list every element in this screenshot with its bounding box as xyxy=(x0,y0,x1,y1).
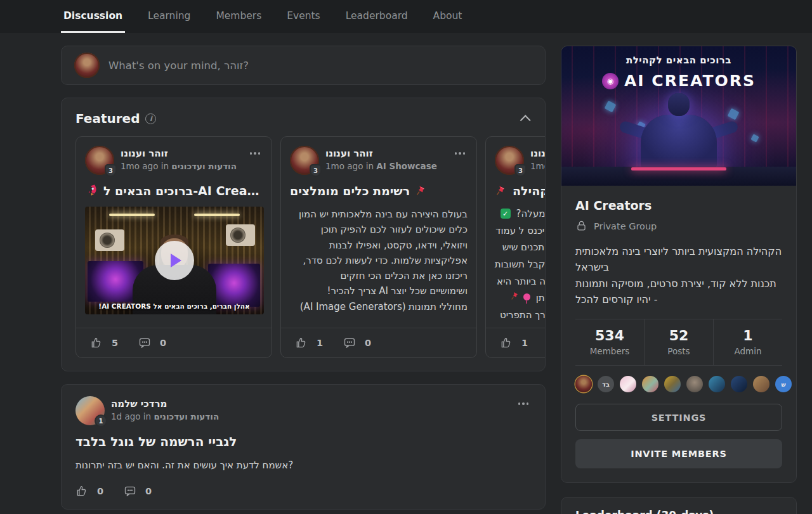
stat-label: Members xyxy=(575,346,644,356)
post-title[interactable]: רשימת כלים מומלצים xyxy=(290,184,468,198)
featured-title: Featured xyxy=(75,111,140,126)
tab-leaderboard[interactable]: Leaderboard xyxy=(343,0,410,33)
like-icon[interactable] xyxy=(90,337,103,349)
author-name[interactable]: זוהר וענונו xyxy=(121,148,237,159)
invite-members-button[interactable]: INVITE MEMBERS xyxy=(575,439,782,468)
post-composer[interactable]: What's on your mind, זוהר? xyxy=(61,46,546,85)
stat-posts[interactable]: 52Posts xyxy=(644,319,713,365)
comment-count: 0 xyxy=(365,338,371,348)
member-avatar[interactable] xyxy=(686,376,703,392)
like-icon[interactable] xyxy=(295,337,308,349)
author-name[interactable]: מרדכי שלמה xyxy=(111,398,219,409)
top-navigation: DiscussionLearningMembersEventsLeaderboa… xyxy=(0,0,812,33)
featured-section: Featured i 3 זוהר וענונו 1mo ago in הודע… xyxy=(61,98,546,371)
stat-value: 1 xyxy=(714,328,782,344)
stat-label: Posts xyxy=(645,346,713,356)
member-avatar[interactable] xyxy=(642,376,658,392)
play-button[interactable] xyxy=(155,241,194,280)
tab-about[interactable]: About xyxy=(431,0,465,33)
body-text: התכנים שיש xyxy=(502,239,545,256)
feed-post[interactable]: 1 מרדכי שלמה 1d ago in הודעות ועדכונים ל… xyxy=(61,384,546,510)
studio-light xyxy=(109,214,155,216)
featured-card[interactable]: 3 זוהר וענונו 1mo ago in הודעות ועדכונים xyxy=(485,136,545,358)
speaker xyxy=(226,224,255,246)
post-category[interactable]: AI Showcase xyxy=(376,161,437,171)
comment-icon[interactable] xyxy=(343,337,356,349)
comment-icon[interactable] xyxy=(138,337,151,349)
post-title-text: ברוכים הבאים ל-AI Creat... xyxy=(103,184,263,198)
post-title[interactable]: לגביי הרשמה של גוגל בלבד xyxy=(75,434,531,449)
member-avatar[interactable] xyxy=(709,376,725,392)
post-title[interactable]: קהילה xyxy=(495,184,545,198)
privacy-label: Private Group xyxy=(594,221,657,231)
more-options-icon[interactable] xyxy=(452,150,468,157)
level-badge: 3 xyxy=(105,164,117,177)
avatar[interactable]: 3 xyxy=(495,146,524,175)
video-thumbnail[interactable]: אהלן חברים, ברוכים הבאים אל AI CREATORS! xyxy=(85,207,264,314)
avatar xyxy=(74,53,100,78)
stat-admin[interactable]: 1Admin xyxy=(713,319,782,365)
body-text: דרך התפריט xyxy=(500,307,545,324)
chevron-up-icon[interactable] xyxy=(520,115,531,125)
like-icon[interactable] xyxy=(75,485,88,498)
body-text: ניתן xyxy=(536,290,545,307)
avatar[interactable]: 1 xyxy=(75,396,105,425)
member-avatar[interactable] xyxy=(664,376,681,392)
more-options-icon[interactable] xyxy=(516,400,532,408)
member-avatar[interactable] xyxy=(731,376,747,392)
member-avatar[interactable] xyxy=(620,376,636,392)
body-text: ושימושיים שכל יוצר xyxy=(391,285,468,297)
post-time: 1mo ago in xyxy=(121,161,171,171)
like-count: 5 xyxy=(112,338,118,348)
post-body: בעולם היצירה עם בינה מלאכותית יש המוןכלי… xyxy=(290,207,468,314)
like-count: 1 xyxy=(317,338,323,348)
studio-light xyxy=(194,214,240,216)
group-banner: ברוכים הבאים לקהילת ◉ AI CREATORS xyxy=(561,46,796,186)
stat-value: 534 xyxy=(575,328,644,344)
author-name[interactable]: זוהר וענונו xyxy=(530,148,545,159)
info-icon[interactable]: i xyxy=(145,113,156,124)
like-icon[interactable] xyxy=(500,337,513,349)
post-category[interactable]: הודעות ועדכונים xyxy=(154,411,219,421)
featured-cards-row: 3 זוהר וענונו 1mo ago in הודעות ועדכונים xyxy=(75,136,545,358)
more-options-icon[interactable] xyxy=(247,150,263,157)
settings-button[interactable]: SETTINGS xyxy=(575,404,782,431)
tab-members[interactable]: Members xyxy=(213,0,264,33)
comment-count: 0 xyxy=(145,486,152,496)
body-text: אפליקציות שלמות. כדי לעשות לכם סדר, xyxy=(303,255,468,266)
banner-welcome-text: ברוכים הבאים לקהילת xyxy=(561,55,796,66)
leaderboard-title: Leaderboard (30-days) xyxy=(575,509,782,514)
featured-card[interactable]: 3 זוהר וענונו 1mo ago in הודעות ועדכונים xyxy=(75,136,272,358)
video-caption: אהלן חברים, ברוכים הבאים אל AI CREATORS! xyxy=(85,302,264,310)
avatar[interactable]: 3 xyxy=(85,146,114,175)
group-name: AI Creators xyxy=(575,198,782,212)
member-avatar[interactable]: ש xyxy=(775,376,792,392)
comment-icon[interactable] xyxy=(124,485,136,498)
tab-discussion[interactable]: Discussion xyxy=(61,0,125,33)
body-text: מחוללי תמונות xyxy=(409,301,468,312)
body-text: למעלה? xyxy=(516,205,545,222)
post-body: למעלה?✓היכנס ל עמודהתכנים שישלקבל תשובות… xyxy=(495,205,545,324)
featured-card[interactable]: 3 זוהר וענונו 1mo ago in AI Showcase רשי… xyxy=(280,136,477,358)
stat-value: 52 xyxy=(645,328,713,344)
post-category[interactable]: הודעות ועדכונים xyxy=(171,161,237,171)
group-info-card: ברוכים הבאים לקהילת ◉ AI CREATORS AI Cre… xyxy=(561,46,797,483)
stat-members[interactable]: 534Members xyxy=(575,319,644,365)
lock-icon xyxy=(575,220,587,232)
like-count: 1 xyxy=(521,338,528,348)
author-name[interactable]: זוהר וענונו xyxy=(325,148,437,159)
member-avatar[interactable] xyxy=(575,376,592,392)
tab-learning[interactable]: Learning xyxy=(145,0,193,33)
avatar[interactable]: 3 xyxy=(290,146,319,175)
composer-prompt[interactable]: What's on your mind, זוהר? xyxy=(108,60,249,72)
check-icon: ✓ xyxy=(501,209,511,219)
member-avatar[interactable]: בד xyxy=(598,376,614,392)
round-pin-icon xyxy=(523,293,530,300)
post-title[interactable]: ברוכים הבאים ל-AI Creat... xyxy=(85,184,263,198)
tab-events[interactable]: Events xyxy=(284,0,322,33)
member-avatar[interactable] xyxy=(753,376,769,392)
brain-icon: ◉ xyxy=(602,73,619,89)
banner-brand-text: AI CREATORS xyxy=(624,72,756,90)
level-badge: 3 xyxy=(514,164,527,177)
post-time: 1d ago in xyxy=(111,411,154,421)
